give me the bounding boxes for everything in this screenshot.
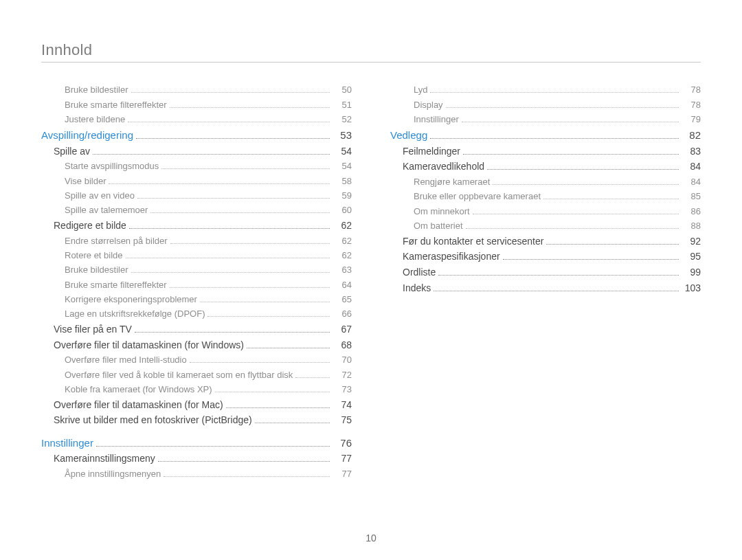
toc-leader-dots xyxy=(109,179,330,184)
toc-entry-label: Skrive ut bilder med en fotoskriver (Pic… xyxy=(54,414,252,427)
toc-entry-label: Endre størrelsen på bilder xyxy=(65,235,168,247)
toc-entry-label: Spille av talememoer xyxy=(65,204,148,216)
toc-leader-dots xyxy=(215,387,330,392)
toc-entry-page: 88 xyxy=(682,220,701,232)
toc-leader-dots xyxy=(126,253,330,258)
toc-leader-dots xyxy=(487,164,679,170)
toc-entry: Før du kontakter et servicesenter92 xyxy=(390,235,701,249)
toc-entry: Innstillinger79 xyxy=(390,113,701,126)
toc-leader-dots xyxy=(161,164,330,169)
toc-entry: Endre størrelsen på bilder62 xyxy=(41,235,352,247)
toc-entry-page: 62 xyxy=(333,219,352,233)
toc-entry-label: Vise filer på en TV xyxy=(54,323,132,337)
toc-leader-dots xyxy=(158,456,330,462)
toc-entry-page: 70 xyxy=(333,354,352,366)
toc-entry: Avspilling/redigering53 xyxy=(41,128,352,142)
toc-entry-page: 92 xyxy=(682,235,701,249)
toc-entry: Bruke bildestiler50 xyxy=(41,84,352,96)
toc-entry: Justere bildene52 xyxy=(41,113,352,126)
toc-leader-dots xyxy=(164,471,330,477)
toc-entry-page: 50 xyxy=(333,84,352,96)
toc-entry: Feilmeldinger83 xyxy=(390,145,701,159)
toc-entry-label: Åpne innstillingsmenyen xyxy=(65,468,161,480)
toc-entry-page: 79 xyxy=(682,113,701,126)
toc-entry-page: 65 xyxy=(333,293,352,306)
toc-entry-page: 86 xyxy=(682,205,701,218)
toc-entry-label: Rengjøre kameraet xyxy=(414,176,490,188)
toc-entry-page: 59 xyxy=(333,190,352,202)
toc-leader-dots xyxy=(503,254,679,260)
toc-entry-label: Vise bilder xyxy=(65,175,106,188)
toc-entry-page: 83 xyxy=(682,145,701,159)
toc-entry-label: Spille av en video xyxy=(65,190,135,202)
toc-columns: Bruke bildestiler50Bruke smarte filteref… xyxy=(41,82,701,482)
toc-entry-label: Overføre filer ved å koble til kameraet … xyxy=(65,369,293,381)
toc-entry-label: Ordliste xyxy=(403,266,436,280)
toc-entry-page: 60 xyxy=(333,204,352,216)
toc-entry-page: 72 xyxy=(333,369,352,381)
toc-entry-label: Kamerainnstillingsmeny xyxy=(54,452,155,466)
toc-entry-label: Koble fra kameraet (for Windows XP) xyxy=(65,383,212,396)
toc-leader-dots xyxy=(170,282,330,288)
toc-entry-label: Innstillinger xyxy=(41,436,93,450)
toc-entry-label: Bruke smarte filtereffekter xyxy=(65,279,167,291)
toc-entry-label: Lage en utskriftsrekkefølge (DPOF) xyxy=(65,308,205,320)
toc-entry-page: 62 xyxy=(333,235,352,247)
toc-leader-dots xyxy=(131,267,330,273)
toc-entry: Kameraspesifikasjoner95 xyxy=(390,250,701,264)
toc-entry: Spille av en video59 xyxy=(41,190,352,202)
toc-leader-dots xyxy=(135,326,330,333)
toc-leader-dots xyxy=(96,440,330,447)
toc-entry-page: 73 xyxy=(333,383,352,396)
toc-entry-page: 84 xyxy=(682,160,701,174)
toc-entry-page: 54 xyxy=(333,145,352,159)
toc-entry: Åpne innstillingsmenyen77 xyxy=(41,468,352,480)
toc-entry: Indeks103 xyxy=(390,282,701,295)
toc-leader-dots xyxy=(473,209,679,214)
toc-entry: Rengjøre kameraet84 xyxy=(390,176,701,188)
toc-entry: Kamerainnstillingsmeny77 xyxy=(41,452,352,466)
toc-leader-dots xyxy=(170,102,330,107)
toc-leader-dots xyxy=(128,117,330,122)
toc-entry: Lyd78 xyxy=(390,84,701,96)
toc-entry-label: Overføre filer til datamaskinen (for Mac… xyxy=(54,399,223,412)
toc-entry-page: 54 xyxy=(333,160,352,172)
toc-entry-page: 75 xyxy=(333,414,352,427)
toc-entry: Kameravedlikehold84 xyxy=(390,160,701,174)
toc-leader-dots xyxy=(190,357,330,363)
toc-entry-label: Rotere et bilde xyxy=(65,249,123,262)
toc-entry: Display78 xyxy=(390,99,701,111)
toc-entry-page: 77 xyxy=(333,452,352,466)
toc-leader-dots xyxy=(438,269,679,276)
toc-entry-page: 77 xyxy=(333,468,352,480)
toc-entry: Vise bilder58 xyxy=(41,175,352,188)
toc-leader-dots xyxy=(430,133,679,139)
toc-leader-dots xyxy=(150,208,330,213)
toc-entry: Overføre filer til datamaskinen (for Mac… xyxy=(41,399,352,412)
toc-entry: Bruke smarte filtereffekter64 xyxy=(41,279,352,291)
toc-leader-dots xyxy=(93,148,330,155)
toc-entry-page: 52 xyxy=(333,113,352,126)
toc-entry-label: Kameravedlikehold xyxy=(403,160,484,174)
toc-leader-dots xyxy=(462,117,679,122)
toc-entry-page: 95 xyxy=(682,250,701,264)
toc-entry-page: 67 xyxy=(333,323,352,337)
toc-entry: Overføre filer til datamaskinen (for Win… xyxy=(41,339,352,352)
toc-entry-label: Display xyxy=(414,99,443,111)
toc-leader-dots xyxy=(170,238,330,243)
toc-leader-dots xyxy=(463,148,679,155)
toc-leader-dots xyxy=(226,402,330,408)
toc-entry-label: Korrigere eksponeringsproblemer xyxy=(65,293,197,306)
toc-leader-dots xyxy=(295,372,330,378)
toc-entry: Spille av54 xyxy=(41,145,352,159)
toc-entry: Overføre filer ved å koble til kameraet … xyxy=(41,369,352,381)
toc-entry-page: 68 xyxy=(333,339,352,352)
toc-entry: Spille av talememoer60 xyxy=(41,204,352,216)
toc-entry: Bruke smarte filtereffekter51 xyxy=(41,99,352,111)
toc-entry-page: 78 xyxy=(682,99,701,111)
toc-entry-label: Bruke bildestiler xyxy=(65,264,128,276)
page-title: Innhold xyxy=(41,41,701,59)
toc-entry: Skrive ut bilder med en fotoskriver (Pic… xyxy=(41,414,352,427)
toc-entry: Korrigere eksponeringsproblemer65 xyxy=(41,293,352,306)
toc-entry-label: Spille av xyxy=(54,145,90,159)
